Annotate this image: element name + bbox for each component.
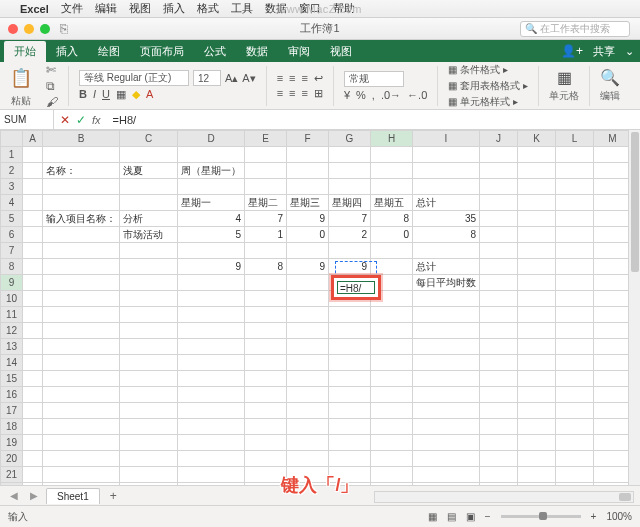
cell[interactable] bbox=[594, 355, 632, 371]
cell[interactable]: 浅夏 bbox=[120, 163, 178, 179]
cell[interactable] bbox=[329, 323, 371, 339]
cell[interactable]: 9 bbox=[329, 259, 371, 275]
cell[interactable] bbox=[245, 467, 287, 483]
zoom-in-button[interactable]: + bbox=[591, 511, 597, 522]
cell[interactable] bbox=[43, 179, 120, 195]
cell[interactable] bbox=[371, 419, 413, 435]
cell[interactable] bbox=[287, 339, 329, 355]
font-color-icon[interactable]: A bbox=[146, 88, 153, 101]
cell[interactable] bbox=[556, 147, 594, 163]
cell[interactable]: 2 bbox=[329, 227, 371, 243]
cell[interactable] bbox=[43, 467, 120, 483]
cell[interactable] bbox=[178, 371, 245, 387]
name-box[interactable]: SUM bbox=[0, 110, 54, 129]
italic-icon[interactable]: I bbox=[93, 88, 96, 101]
cell[interactable] bbox=[23, 195, 43, 211]
row-header[interactable]: 15 bbox=[1, 371, 23, 387]
cell[interactable] bbox=[178, 307, 245, 323]
cell[interactable]: 名称： bbox=[43, 163, 120, 179]
cell[interactable] bbox=[594, 435, 632, 451]
cell[interactable] bbox=[287, 243, 329, 259]
cell[interactable] bbox=[518, 195, 556, 211]
cell[interactable] bbox=[371, 275, 413, 291]
cell[interactable] bbox=[23, 275, 43, 291]
col-header[interactable]: M bbox=[594, 131, 632, 147]
app-name[interactable]: Excel bbox=[20, 3, 49, 15]
cell[interactable] bbox=[287, 387, 329, 403]
cell[interactable] bbox=[120, 403, 178, 419]
formula-input[interactable]: =H8/ bbox=[107, 114, 640, 126]
cell[interactable] bbox=[329, 163, 371, 179]
cell[interactable]: 9 bbox=[178, 259, 245, 275]
align-left-icon[interactable]: ≡ bbox=[277, 87, 283, 100]
row-header[interactable]: 13 bbox=[1, 339, 23, 355]
spreadsheet-grid[interactable]: A B C D E F G H I J K L M 12名称：浅夏周（星期一）3… bbox=[0, 130, 640, 500]
cell[interactable] bbox=[556, 419, 594, 435]
cell[interactable] bbox=[480, 339, 518, 355]
cell[interactable] bbox=[245, 179, 287, 195]
cell[interactable]: 星期二 bbox=[245, 195, 287, 211]
cell[interactable]: 0 bbox=[287, 227, 329, 243]
tab-formulas[interactable]: 公式 bbox=[194, 41, 236, 62]
cell[interactable] bbox=[287, 403, 329, 419]
merge-icon[interactable]: ⊞ bbox=[314, 87, 323, 100]
cell[interactable] bbox=[480, 419, 518, 435]
vertical-scrollbar[interactable] bbox=[628, 130, 640, 490]
cell[interactable]: 星期一 bbox=[178, 195, 245, 211]
cell[interactable] bbox=[43, 419, 120, 435]
cell[interactable] bbox=[120, 259, 178, 275]
cell[interactable] bbox=[518, 451, 556, 467]
cell[interactable] bbox=[120, 243, 178, 259]
cell[interactable]: 周（星期一） bbox=[178, 163, 245, 179]
cell[interactable]: 每日平均时数 bbox=[413, 275, 480, 291]
cell[interactable] bbox=[480, 179, 518, 195]
cell[interactable] bbox=[556, 371, 594, 387]
row-header[interactable]: 16 bbox=[1, 387, 23, 403]
cell[interactable] bbox=[594, 419, 632, 435]
cell[interactable] bbox=[480, 467, 518, 483]
col-header[interactable]: A bbox=[23, 131, 43, 147]
cell[interactable] bbox=[245, 451, 287, 467]
cell[interactable] bbox=[371, 403, 413, 419]
cell[interactable] bbox=[480, 259, 518, 275]
cell[interactable] bbox=[480, 243, 518, 259]
cell-style-button[interactable]: ▦单元格样式 ▸ bbox=[448, 95, 528, 109]
cell[interactable]: 输入项目名称： bbox=[43, 211, 120, 227]
window-maximize-button[interactable] bbox=[40, 24, 50, 34]
cell[interactable] bbox=[43, 339, 120, 355]
number-format-select[interactable]: 常规 bbox=[344, 71, 404, 87]
cell[interactable] bbox=[245, 387, 287, 403]
horizontal-scrollbar[interactable] bbox=[374, 491, 634, 503]
formula-cancel-icon[interactable]: ✕ bbox=[60, 113, 70, 127]
cell[interactable] bbox=[518, 403, 556, 419]
cell[interactable]: 8 bbox=[413, 227, 480, 243]
cell[interactable] bbox=[413, 403, 480, 419]
cell[interactable] bbox=[23, 419, 43, 435]
row-header[interactable]: 18 bbox=[1, 419, 23, 435]
cell[interactable] bbox=[43, 147, 120, 163]
fill-color-icon[interactable]: ◆ bbox=[132, 88, 140, 101]
align-center-icon[interactable]: ≡ bbox=[289, 87, 295, 100]
cell[interactable] bbox=[518, 467, 556, 483]
cell[interactable] bbox=[329, 243, 371, 259]
cell[interactable] bbox=[413, 387, 480, 403]
cell[interactable] bbox=[371, 259, 413, 275]
format-painter-icon[interactable]: 🖌 bbox=[46, 95, 58, 109]
formula-accept-icon[interactable]: ✓ bbox=[76, 113, 86, 127]
cell[interactable] bbox=[178, 275, 245, 291]
col-header[interactable]: C bbox=[120, 131, 178, 147]
cell[interactable] bbox=[23, 371, 43, 387]
cell[interactable] bbox=[23, 355, 43, 371]
align-mid-icon[interactable]: ≡ bbox=[289, 72, 295, 85]
row-header[interactable]: 9 bbox=[1, 275, 23, 291]
row-header[interactable]: 5 bbox=[1, 211, 23, 227]
cell[interactable] bbox=[594, 291, 632, 307]
cell[interactable] bbox=[178, 355, 245, 371]
cell[interactable] bbox=[480, 435, 518, 451]
col-header[interactable]: B bbox=[43, 131, 120, 147]
editing-icon[interactable]: 🔍 bbox=[600, 68, 620, 87]
cell[interactable] bbox=[556, 163, 594, 179]
col-header[interactable]: E bbox=[245, 131, 287, 147]
cell[interactable] bbox=[518, 179, 556, 195]
row-header[interactable]: 17 bbox=[1, 403, 23, 419]
